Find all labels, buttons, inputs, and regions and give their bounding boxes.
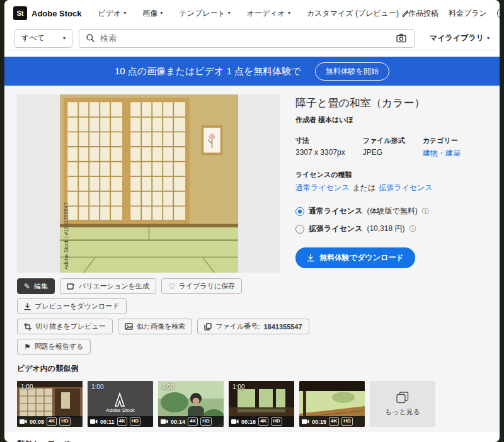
adobe-stock-logo[interactable]: St Adobe Stock [13, 6, 81, 20]
video-info-bar: 00:16 4K HD [229, 416, 294, 427]
search-scope-value: すべて [21, 33, 45, 43]
file-number-value: 1841355547 [263, 323, 302, 331]
download-icon [307, 254, 314, 262]
video-thumbnail[interactable]: 00:15 4K HD [299, 381, 365, 427]
download-free-trial-button[interactable]: 無料体験でダウンロード [295, 247, 415, 268]
nav-item-label: ビデオ [98, 8, 121, 19]
logo-text: Adobe Stock [32, 9, 81, 18]
info-icon[interactable]: ⓘ [409, 224, 416, 234]
pencil-icon: ✎ [24, 283, 30, 290]
video-camera-icon [90, 419, 98, 424]
normal-license-link[interactable]: 通常ライセンス [295, 183, 349, 193]
video-time: 00:16 [241, 419, 256, 425]
nav-right-group: 作品投稿 料金プラン ? [408, 5, 500, 21]
video-duration-overlay: 1:00 [162, 383, 174, 390]
edit-label: 編集 [34, 281, 48, 291]
find-similar-button[interactable]: 似た画像を検索 [118, 319, 193, 334]
start-free-trial-button[interactable]: 無料体験を開始 [315, 62, 389, 81]
preview-crop-button[interactable]: 切り抜きをプレビュー [17, 319, 113, 334]
pen-icon [401, 10, 408, 17]
copy-file-icon [204, 323, 212, 331]
video-camera-icon [231, 419, 239, 424]
save-to-library-label: ライブラリに保存 [179, 281, 236, 291]
download-cta-label: 無料体験でダウンロード [319, 252, 404, 263]
primary-menu: ビデオ ▾ 画像 ▾ テンプレート ▾ オーディオ ▾ カスタマイズ (プレビュ… [98, 8, 408, 19]
generate-variations-button[interactable]: バリエーションを生成 [60, 278, 156, 294]
meta-format: ファイル形式 JPEG [363, 136, 405, 159]
nav-item-customize[interactable]: カスタマイズ (プレビュー) [307, 8, 408, 19]
edit-button[interactable]: ✎ 編集 [17, 278, 55, 294]
badge-4k: 4K [329, 417, 339, 425]
search-input[interactable] [100, 33, 391, 43]
file-number-button[interactable]: ファイル番号: 1841355547 [197, 319, 309, 334]
format-value: JPEG [363, 148, 405, 157]
chevron-down-icon: ▾ [228, 11, 231, 16]
download-icon [24, 303, 31, 310]
badge-hd: HD [271, 417, 282, 425]
dimensions-value: 3307 x 3307px [295, 148, 345, 157]
video-camera-icon [302, 419, 309, 424]
stacked-images-icon [396, 392, 409, 404]
submit-work-link[interactable]: 作品投稿 [408, 8, 438, 19]
badge-hd: HD [200, 417, 212, 425]
video-info-bar: 00:15 4K HD [299, 416, 365, 427]
see-more-button[interactable]: もっと見る [370, 381, 435, 427]
keywords-heading: 類似キーワード [17, 439, 487, 442]
radio-selected-icon [295, 207, 304, 216]
similar-videos-heading: ビデオ内の類似例 [17, 363, 487, 374]
badge-hd: HD [130, 417, 141, 425]
video-thumbnail[interactable]: Adobe Stock 1:00 00:11 4K HD [88, 381, 153, 427]
asset-preview-image[interactable]: Adobe Stock | #1841355547 [60, 94, 238, 273]
meta-dimensions: 寸法 3307 x 3307px [295, 136, 345, 159]
nav-item-images[interactable]: 画像 ▾ [142, 8, 163, 19]
help-icon[interactable]: ? [497, 8, 500, 19]
radio-unselected-icon [295, 225, 304, 234]
radio-normal-label: 通常ライセンス [309, 206, 362, 217]
similar-videos-section: ビデオ内の類似例 1:00 00:08 4K [17, 363, 487, 427]
sparkle-image-icon [67, 283, 75, 290]
nav-item-label: カスタマイズ (プレビュー) [307, 8, 399, 19]
video-thumbnail[interactable]: 1:00 00:08 4K HD [17, 381, 83, 427]
info-icon[interactable]: ⓘ [422, 207, 429, 216]
format-label: ファイル形式 [363, 136, 405, 145]
search-bar-row: すべて ▾ マイライブラリ ▾ [4, 26, 500, 50]
nav-item-label: テンプレート [179, 8, 225, 19]
report-issue-button[interactable]: ⚑ 問題を報告する [17, 339, 91, 354]
download-preview-button[interactable]: プレビューをダウンロード [17, 298, 127, 314]
nav-item-label: 画像 [142, 8, 158, 19]
nav-item-templates[interactable]: テンプレート ▾ [179, 8, 230, 19]
chevron-down-icon: ▾ [160, 11, 163, 16]
generate-variations-label: バリエーションを生成 [79, 281, 149, 291]
author-name-link[interactable]: 榎本はいほ [318, 116, 353, 123]
meta-category: カテゴリー 建物・建築 [423, 136, 461, 159]
extended-license-option[interactable]: 拡張ライセンス (10,318 円) ⓘ [295, 224, 487, 234]
normal-license-option[interactable]: 通常ライセンス (体験版で無料) ⓘ [295, 206, 487, 217]
category-link[interactable]: 建物・建築 [423, 148, 461, 159]
video-thumbnail[interactable]: 1:00 00:14 4K HD [158, 381, 224, 427]
license-links: 通常ライセンス または 拡張ライセンス [295, 183, 487, 193]
video-thumbnail[interactable]: 1:00 00:16 4K HD [229, 381, 294, 427]
radio-extended-note: (10,318 円) [367, 224, 404, 234]
preview-crop-label: 切り抜きをプレビュー [35, 322, 106, 331]
video-time: 00:08 [30, 419, 44, 425]
save-to-library-button[interactable]: ♡ ライブラリに保存 [161, 278, 242, 294]
chevron-down-icon: ▾ [487, 36, 490, 41]
video-info-bar: 00:14 4K HD [158, 416, 224, 427]
extended-license-link[interactable]: 拡張ライセンス [379, 183, 432, 193]
file-number-label: ファイル番号: [215, 322, 260, 331]
pricing-link[interactable]: 料金プラン [449, 8, 487, 19]
asset-meta: 寸法 3307 x 3307px ファイル形式 JPEG カテゴリー 建物・建築 [295, 136, 487, 159]
nav-item-audio[interactable]: オーディオ ▾ [247, 8, 290, 19]
search-scope-select[interactable]: すべて ▾ [14, 29, 72, 48]
my-library-button[interactable]: マイライブラリ ▾ [430, 33, 490, 43]
banner-text: 10 点の画像またはビデオ 1 点を無料体験で [115, 65, 301, 77]
adobe-stock-placeholder-label: Adobe Stock [88, 407, 153, 413]
category-label: カテゴリー [423, 136, 461, 145]
nav-item-label: オーディオ [247, 8, 285, 19]
watermark-text: Adobe Stock | #1841355547 [63, 202, 69, 269]
nav-item-video[interactable]: ビデオ ▾ [98, 8, 126, 19]
asset-actions: ✎ 編集 バリエーションを生成 ♡ ライブラリに保存 プレビューをダウンロード [17, 278, 487, 354]
asset-preview-area: Adobe Stock | #1841355547 [17, 94, 280, 273]
visual-search-camera-icon[interactable] [396, 33, 408, 43]
dimensions-label: 寸法 [295, 136, 345, 145]
